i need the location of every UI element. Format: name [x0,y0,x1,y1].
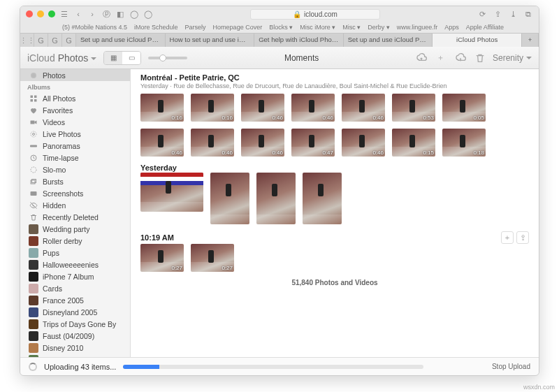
upload-icon[interactable] [416,52,427,64]
sidebar-item[interactable]: Hidden [20,199,130,211]
share-icon[interactable]: ⇪ [493,9,502,19]
circle2-icon[interactable]: ◯ [143,9,153,19]
browser-tab[interactable]: Set up and use iCloud Photo L... [76,34,166,47]
download-icon[interactable]: ⤓ [508,9,518,19]
sidebar-item[interactable]: Faust (04/2009) [20,330,130,342]
album-swatch-icon [29,272,38,282]
g-icon[interactable]: G [34,34,48,48]
sidebar-item[interactable]: Roller derby [20,235,130,247]
app-brand[interactable]: iCloud Photos [27,52,96,64]
photo-thumbnail[interactable]: 0:16 [140,94,184,122]
reload-icon[interactable]: ⟳ [477,9,487,19]
photo-thumbnail[interactable]: 0:16 [191,94,234,122]
photo-thumbnail[interactable]: 0:18 [442,129,486,157]
photo-thumbnail[interactable]: 0:46 [342,94,385,122]
back-icon[interactable]: ‹ [73,9,83,19]
bookmark-item[interactable]: iMore Schedule [134,24,178,31]
photo-thumbnail[interactable]: 0:15 [392,129,435,157]
url-host: icloud.com [304,10,337,18]
bookmark-item[interactable]: Homepage Cover [213,24,263,31]
g-icon[interactable]: G [48,34,62,48]
add-icon[interactable]: ＋ [435,52,447,64]
photo-thumbnail[interactable]: 0:46 [241,129,284,157]
sidebar-item[interactable]: Videos [20,116,130,128]
browser-tab[interactable]: How to set up and use iCloud... [166,34,255,47]
photo-thumbnail[interactable]: 0:27 [140,244,184,272]
sidebar-item[interactable]: Cards [20,282,130,294]
bookmark-item[interactable]: Misc iMore ▾ [300,24,335,31]
sidebar-item[interactable]: All Photos [20,92,130,104]
photo-thumbnail[interactable]: 0:46 [140,129,184,157]
photo-thumbnail[interactable]: 0:47 [291,129,335,157]
photo-thumbnail[interactable]: 0:46 [291,94,335,122]
window-controls[interactable] [26,10,55,17]
bookmark-item[interactable]: Parsely [185,24,206,31]
pinterest-icon[interactable]: ⓟ [101,9,111,19]
photo-thumbnail[interactable] [210,173,249,224]
sidebar-item[interactable]: Recently Deleted [20,211,130,223]
circle-icon[interactable]: ◯ [129,9,139,19]
add-to-album-button[interactable]: + [501,231,514,244]
sidebar-item[interactable]: Time-lapse [20,152,130,164]
bookmark-item[interactable]: Blocks ▾ [269,24,293,31]
sidebar-item[interactable]: iPhone 7 Album [20,270,130,282]
tabs-icon[interactable]: ⧉ [523,9,533,19]
sidebar-toggle-icon[interactable]: ☰ [59,9,69,19]
photo-thumbnail[interactable] [140,173,203,212]
browser-tab[interactable]: Get help with iCloud Photo Li... [254,34,344,47]
sidebar: Photos Albums All PhotosFavoritesVideosL… [20,69,131,357]
sidebar-item[interactable]: Screenshots [20,187,130,199]
single-view-button[interactable]: ▭ [122,52,140,64]
photo-thumbnail[interactable]: 0:27 [191,244,234,272]
bookmark-item[interactable]: Apple Affiliate [466,24,504,31]
sidebar-item[interactable]: Pups [20,247,130,259]
photo-thumbnail[interactable]: 0:46 [241,94,284,122]
sidebar-item[interactable]: Wedding party [20,223,130,235]
forward-icon[interactable]: › [87,9,97,19]
album-swatch-icon [29,331,38,341]
zoom-slider[interactable] [148,57,187,59]
trash-icon[interactable] [474,52,486,64]
bookmark-item[interactable]: Derby ▾ [368,24,390,31]
sidebar-item[interactable]: Disney 2010 [20,342,130,354]
download-selected-icon[interactable] [455,52,466,64]
close-window-icon[interactable] [26,10,33,17]
photo-thumbnail[interactable] [256,173,296,224]
sidebar-item[interactable]: Panoramas [20,140,130,152]
grid-view-button[interactable]: ▦ [104,52,122,64]
user-menu[interactable]: Serenity [493,53,532,63]
sidebar-item[interactable]: Slo-mo [20,164,130,175]
bookmark-item[interactable]: (5) #Mobile Nations 4.5 [62,24,127,31]
photo-thumbnail[interactable]: 0:05 [442,94,486,122]
photo-thumbnail[interactable]: 0:46 [342,129,385,157]
photo-thumbnail[interactable] [303,173,342,224]
sidebar-item[interactable]: Favorites [20,104,130,116]
sidebar-item[interactable]: Bursts [20,175,130,187]
sidebar-item[interactable]: Halloweeeeenies [20,259,130,270]
sidebar-item-photos[interactable]: Photos [20,69,130,81]
sidebar-item[interactable]: Trips of Days Gone By [20,318,130,330]
browser-tab[interactable]: Set up and use iCloud Photo Li... [344,34,433,47]
stop-upload-button[interactable]: Stop Upload [492,363,530,370]
share-moment-button[interactable]: ⇪ [516,231,529,244]
tab-group-icon[interactable]: ⋮⋮ [20,34,34,48]
g-icon[interactable]: G [62,34,76,48]
zoom-window-icon[interactable] [48,10,55,17]
minimize-window-icon[interactable] [37,10,44,17]
content-area[interactable]: Montréal - Petite Patrie, QCYesterday · … [131,69,539,357]
sidebar-item[interactable]: France 2005 [20,294,130,306]
bookmark-item[interactable]: www.linguee.fr [397,24,438,31]
photos-icon [29,71,38,80]
bookmark-item[interactable]: Misc ▾ [342,24,361,31]
photo-thumbnail[interactable]: 0:53 [392,94,435,122]
browser-tab[interactable]: iCloud Photos [433,34,522,47]
photo-thumbnail[interactable]: 0:46 [191,129,234,157]
evernote-icon[interactable]: ◧ [115,9,125,19]
svg-rect-9 [30,145,37,147]
sidebar-item[interactable]: Live Photos [20,128,130,140]
bookmark-item[interactable]: Apps [444,24,459,31]
address-bar[interactable]: 🔒 icloud.com [250,9,380,20]
view-mode-segmented[interactable]: ▦ ▭ [103,51,141,65]
sidebar-item[interactable]: Disneyland 2005 [20,306,130,318]
new-tab-button[interactable]: + [522,34,539,47]
